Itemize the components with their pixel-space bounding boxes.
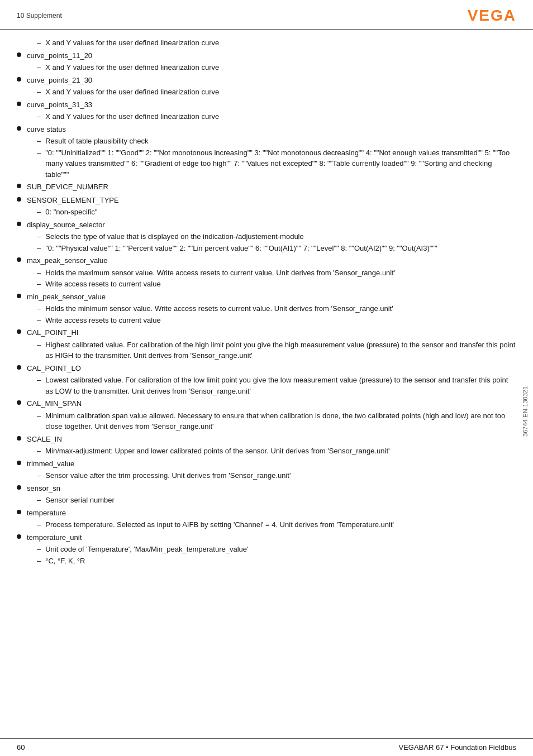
logo-text: VEGA	[468, 7, 516, 25]
logo: VEGA	[468, 7, 516, 25]
list-item: – Selects the type of value that is disp…	[37, 231, 516, 242]
dash: –	[37, 470, 41, 481]
list-item: curve_points_11_20	[17, 50, 516, 61]
list-item: – Write access resets to current value	[37, 279, 516, 290]
dash: –	[37, 136, 41, 147]
main-content: – X and Y values for the user defined li…	[0, 35, 533, 738]
sub-text: X and Y values for the user defined line…	[45, 37, 219, 49]
list-item: min_peak_sensor_value	[17, 291, 516, 303]
bullet-dot	[17, 197, 21, 202]
bullet-dot	[17, 436, 21, 441]
dash: –	[37, 519, 41, 530]
list-item: – X and Y values for the user defined li…	[37, 37, 516, 49]
dash: –	[37, 37, 41, 49]
page-number: 60	[17, 743, 25, 752]
dash: –	[37, 279, 41, 290]
dash: –	[37, 87, 41, 98]
list-item: – Lowest calibrated value. For calibrati…	[37, 375, 516, 396]
bullet-dot	[17, 222, 21, 226]
list-item: – Write access resets to current value	[37, 315, 516, 326]
bullet-label: temperature	[27, 508, 66, 519]
sub-text: Unit code of 'Temperature', 'Max/Min_pea…	[45, 544, 248, 555]
bullet-dot	[17, 52, 21, 57]
sub-text: Holds the maximum sensor value. Write ac…	[45, 267, 395, 279]
bullet-label: max_peak_sensor_value	[27, 255, 108, 266]
sub-text: X and Y values for the user defined line…	[45, 87, 219, 98]
bullet-dot	[17, 485, 21, 490]
sub-text: °C, °F, K, °R	[45, 556, 85, 567]
list-item: – Unit code of 'Temperature', 'Max/Min_p…	[37, 544, 516, 555]
bullet-label: CAL_MIN_SPAN	[27, 398, 82, 409]
sub-text: X and Y values for the user defined line…	[45, 62, 219, 73]
list-item: curve status	[17, 124, 516, 135]
bullet-dot	[17, 400, 21, 405]
bullet-label: temperature_unit	[27, 532, 82, 543]
sub-text: Sensor serial number	[45, 495, 115, 506]
list-item: SUB_DEVICE_NUMBER	[17, 181, 516, 193]
dash: –	[37, 111, 41, 122]
list-item: temperature	[17, 508, 516, 519]
bullet-label: trimmed_value	[27, 458, 74, 470]
dash: –	[37, 315, 41, 326]
list-item: curve_points_31_33	[17, 99, 516, 111]
bullet-dot	[17, 510, 21, 514]
sub-text: Process temperature. Selected as input t…	[45, 519, 394, 530]
dash: –	[37, 446, 41, 457]
section-label: 10 Supplement	[17, 12, 62, 20]
dash: –	[37, 267, 41, 279]
sub-text: Minimum calibration span value allowed. …	[45, 410, 516, 432]
list-item: – "0: ""Physical value"" 1: ""Percent va…	[37, 243, 516, 254]
bullet-dot	[17, 461, 21, 465]
bullet-dot	[17, 77, 21, 82]
list-item: CAL_MIN_SPAN	[17, 398, 516, 409]
list-item: temperature_unit	[17, 532, 516, 543]
bullet-label: curve status	[27, 124, 66, 135]
list-item: – 0: "non-specific"	[37, 207, 516, 218]
bullet-label: SUB_DEVICE_NUMBER	[27, 181, 108, 193]
list-item: – "0: ""Uninitialized"" 1: ""Good"" 2: "…	[37, 147, 516, 180]
list-item: CAL_POINT_HI	[17, 327, 516, 338]
bullet-dot	[17, 184, 21, 188]
dash: –	[37, 207, 41, 218]
dash: –	[37, 147, 41, 159]
list-item: curve_points_21_30	[17, 75, 516, 86]
sub-text: Lowest calibrated value. For calibration…	[45, 375, 516, 396]
dash: –	[37, 556, 41, 567]
list-item: max_peak_sensor_value	[17, 255, 516, 266]
bullet-label: CAL_POINT_LO	[27, 363, 81, 374]
list-item: trimmed_value	[17, 458, 516, 470]
doc-number-container: 36744-EN-130321	[520, 112, 531, 711]
sub-text: Result of table plausibility check	[45, 136, 148, 147]
list-item: sensor_sn	[17, 483, 516, 494]
bullet-label: CAL_POINT_HI	[27, 327, 78, 338]
list-item: – °C, °F, K, °R	[37, 556, 516, 567]
sub-text: Holds the minimum sensor value. Write ac…	[45, 303, 393, 314]
sub-text: "0: ""Uninitialized"" 1: ""Good"" 2: ""N…	[45, 147, 516, 180]
list-item: SCALE_IN	[17, 434, 516, 445]
sub-text: Sensor value after the trim processing. …	[45, 470, 291, 481]
dash: –	[37, 62, 41, 73]
sub-text: Write access resets to current value	[45, 315, 160, 326]
sub-text: X and Y values for the user defined line…	[45, 111, 219, 122]
list-item: – Process temperature. Selected as input…	[37, 519, 516, 530]
bullet-label: sensor_sn	[27, 483, 60, 494]
bullet-label: SENSOR_ELEMENT_TYPE	[27, 195, 119, 206]
dash: –	[37, 410, 41, 422]
bullet-label: curve_points_11_20	[27, 50, 92, 61]
bullet-label: curve_points_31_33	[27, 99, 92, 111]
dash: –	[37, 375, 41, 386]
bullet-dot	[17, 294, 21, 298]
list-item: – Sensor serial number	[37, 495, 516, 506]
bullet-label: display_source_selector	[27, 219, 104, 231]
list-item: – Sensor value after the trim processing…	[37, 470, 516, 481]
page-header: 10 Supplement VEGA	[0, 0, 533, 30]
list-item: – X and Y values for the user defined li…	[37, 62, 516, 73]
list-item: – Holds the minimum sensor value. Write …	[37, 303, 516, 314]
list-item: display_source_selector	[17, 219, 516, 231]
bullet-dot	[17, 257, 21, 262]
list-item: CAL_POINT_LO	[17, 363, 516, 374]
list-item: – Result of table plausibility check	[37, 136, 516, 147]
bullet-label: curve_points_21_30	[27, 75, 92, 86]
sub-text: 0: "non-specific"	[45, 207, 97, 218]
bullet-label: SCALE_IN	[27, 434, 62, 445]
